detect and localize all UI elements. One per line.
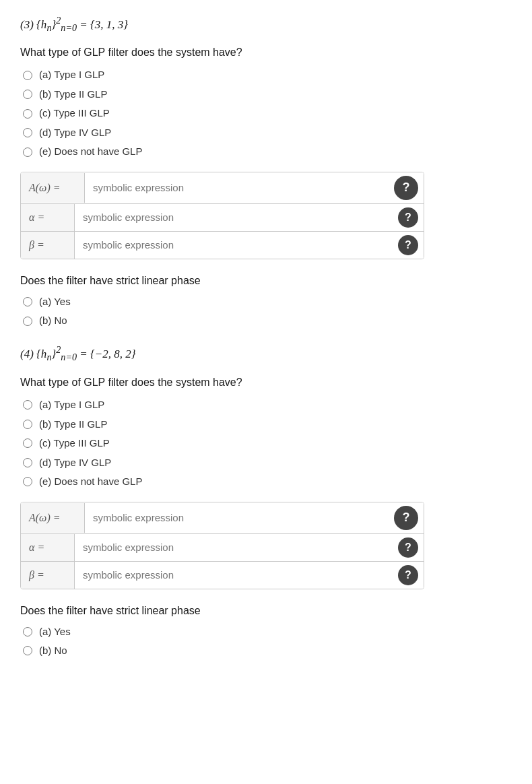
radio-3-1-e[interactable] (23, 148, 32, 157)
section-3-title: (3) {hn}2n=0 = {3, 1, 3} (20, 13, 512, 35)
radio-4-1-d[interactable] (23, 458, 32, 467)
radio-3-2-a[interactable] (23, 297, 32, 306)
question-4-2: Does the filter have strict linear phase (20, 603, 512, 619)
alpha-help-btn-4[interactable]: ? (398, 537, 418, 558)
option-4-1-a[interactable]: (a) Type I GLP (23, 397, 512, 413)
option-4-1-e[interactable]: (e) Does not have GLP (23, 474, 512, 490)
alpha-label-4: α = (21, 534, 75, 561)
options-4-2: (a) Yes (b) No (23, 624, 512, 659)
option-4-2-a[interactable]: (a) Yes (23, 624, 512, 640)
radio-4-1-c[interactable] (23, 438, 32, 448)
beta-row-4: β = ? (21, 562, 424, 589)
radio-4-2-a[interactable] (23, 627, 32, 636)
a-omega-help-btn-4[interactable]: ? (394, 506, 418, 530)
option-3-1-e[interactable]: (e) Does not have GLP (23, 144, 512, 160)
radio-3-1-b[interactable] (23, 90, 32, 99)
options-4-1: (a) Type I GLP (b) Type II GLP (c) Type … (23, 397, 512, 490)
alpha-row-4: α = ? (21, 534, 424, 562)
beta-input-3[interactable] (75, 234, 393, 256)
input-group-3: A(ω) = ? α = ? β = ? (20, 172, 424, 259)
a-omega-input-4[interactable] (85, 507, 389, 529)
radio-3-1-c[interactable] (23, 109, 32, 119)
a-omega-label-4: A(ω) = (21, 503, 85, 533)
a-omega-row-3: A(ω) = ? (21, 172, 424, 204)
question-4-1: What type of GLP filter does the system … (20, 374, 512, 391)
section-3: (3) {hn}2n=0 = {3, 1, 3} What type of GL… (20, 13, 512, 329)
beta-label-4: β = (21, 562, 75, 589)
alpha-label-3: α = (21, 204, 75, 231)
beta-help-btn-4[interactable]: ? (398, 565, 418, 585)
a-omega-help-btn-3[interactable]: ? (394, 176, 418, 200)
option-4-2-b[interactable]: (b) No (23, 643, 512, 659)
alpha-help-btn-3[interactable]: ? (398, 207, 418, 228)
input-group-4: A(ω) = ? α = ? β = ? (20, 502, 424, 589)
beta-help-btn-3[interactable]: ? (398, 235, 418, 255)
options-3-1: (a) Type I GLP (b) Type II GLP (c) Type … (23, 67, 512, 160)
radio-4-2-b[interactable] (23, 646, 32, 655)
option-3-1-c[interactable]: (c) Type III GLP (23, 106, 512, 121)
alpha-row-3: α = ? (21, 204, 424, 232)
alpha-input-3[interactable] (75, 206, 393, 228)
section-4-title: (4) {hn}2n=0 = {−2, 8, 2} (20, 344, 512, 365)
section-4: (4) {hn}2n=0 = {−2, 8, 2} What type of G… (20, 344, 512, 659)
radio-3-1-a[interactable] (23, 71, 32, 80)
beta-label-3: β = (21, 232, 75, 259)
radio-3-2-b[interactable] (23, 317, 32, 326)
option-3-1-a[interactable]: (a) Type I GLP (23, 67, 512, 83)
beta-input-4[interactable] (75, 564, 393, 586)
a-omega-label-3: A(ω) = (21, 173, 85, 203)
a-omega-input-3[interactable] (85, 176, 389, 199)
radio-4-1-b[interactable] (23, 420, 32, 429)
question-3-1: What type of GLP filter does the system … (20, 44, 512, 61)
a-omega-row-4: A(ω) = ? (21, 502, 424, 534)
options-3-2: (a) Yes (b) No (23, 294, 512, 329)
option-4-1-b[interactable]: (b) Type II GLP (23, 417, 512, 432)
alpha-input-4[interactable] (75, 536, 393, 558)
beta-row-3: β = ? (21, 232, 424, 259)
radio-3-1-d[interactable] (23, 128, 32, 137)
radio-4-1-e[interactable] (23, 477, 32, 486)
option-4-1-c[interactable]: (c) Type III GLP (23, 436, 512, 451)
option-4-1-d[interactable]: (d) Type IV GLP (23, 455, 512, 471)
option-3-2-b[interactable]: (b) No (23, 313, 512, 329)
option-3-1-d[interactable]: (d) Type IV GLP (23, 125, 512, 141)
option-3-1-b[interactable]: (b) Type II GLP (23, 87, 512, 102)
option-3-2-a[interactable]: (a) Yes (23, 294, 512, 310)
radio-4-1-a[interactable] (23, 400, 32, 410)
question-3-2: Does the filter have strict linear phase (20, 273, 512, 289)
